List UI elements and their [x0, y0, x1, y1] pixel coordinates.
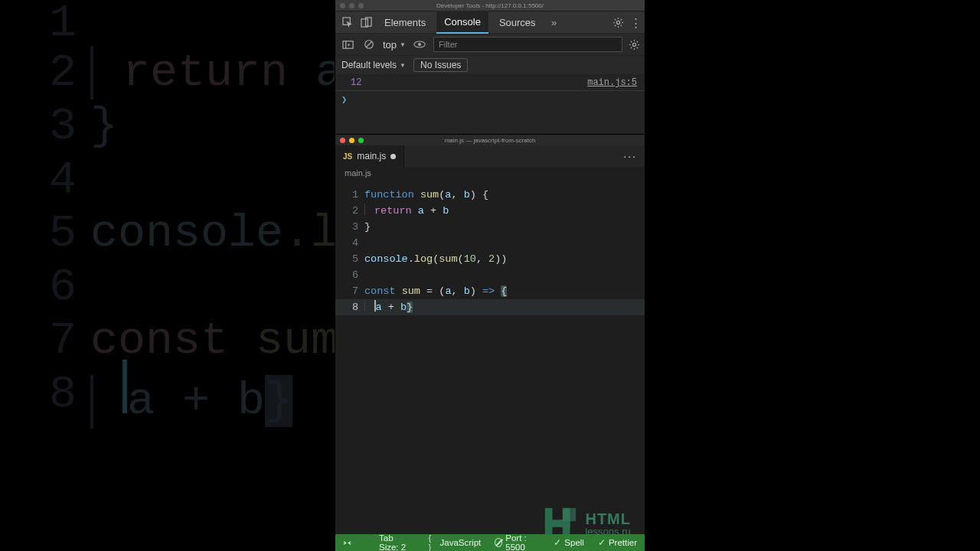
log-levels-select[interactable]: Default levels▼	[341, 60, 406, 70]
code-content[interactable]: const sum = (a, b) => {	[364, 283, 507, 299]
svg-point-8	[632, 43, 635, 46]
context-select[interactable]: top▼	[383, 39, 406, 51]
code-line[interactable]: 2return a + b	[335, 203, 645, 219]
live-expression-icon[interactable]	[412, 37, 427, 52]
remote-icon[interactable]	[343, 539, 351, 547]
code-line[interactable]: 8a + b}	[335, 299, 645, 315]
check-icon: ✓	[554, 537, 561, 548]
code-content[interactable]: return a + b	[364, 203, 449, 219]
tab-console[interactable]: Console	[436, 11, 488, 34]
line-number: 7	[335, 283, 364, 299]
status-bar: Tab Size: 2 { } JavaScript Port : 5500 ✓…	[335, 534, 645, 551]
status-port[interactable]: Port : 5500	[495, 533, 540, 551]
code-line[interactable]: 3}	[335, 219, 645, 235]
log-source-link[interactable]: main.js:5	[587, 77, 637, 88]
line-number: 1	[335, 187, 364, 203]
app-stack: Developer Tools - http://127.0.0.1:5500/…	[335, 0, 645, 551]
inspect-icon[interactable]	[340, 15, 355, 30]
line-number: 5	[335, 251, 364, 267]
prompt-caret-icon: ❯	[341, 95, 347, 106]
vscode-title: main.js — javascript-from-scratch	[335, 137, 645, 144]
chevron-down-icon: ▼	[400, 62, 406, 69]
editor-tabbar: JS main.js ···	[335, 145, 645, 167]
code-line[interactable]: 5console.log(sum(10, 2))	[335, 251, 645, 267]
issues-button[interactable]: No Issues	[413, 58, 468, 72]
line-number: 8	[335, 299, 364, 315]
console-output-row[interactable]: 12 main.js:5	[335, 75, 645, 91]
devtools-title: Developer Tools - http://127.0.0.1:5500/	[335, 2, 645, 9]
svg-point-7	[418, 43, 421, 46]
code-line[interactable]: 1function sum(a, b) {	[335, 187, 645, 203]
console-filterbar: Default levels▼ No Issues	[335, 56, 645, 75]
editor-tab-mainjs[interactable]: JS main.js	[335, 145, 404, 167]
line-number: 4	[335, 235, 364, 251]
js-icon: JS	[343, 152, 352, 161]
tab-elements[interactable]: Elements	[377, 11, 433, 33]
status-tabsize[interactable]: Tab Size: 2	[379, 533, 415, 551]
svg-point-3	[616, 21, 619, 24]
code-line[interactable]: 4	[335, 235, 645, 251]
console-prompt[interactable]: ❯	[335, 91, 645, 134]
console-toolbar: top▼ Filter	[335, 34, 645, 56]
code-content[interactable]: console.log(sum(10, 2))	[364, 251, 507, 267]
sidebar-toggle-icon[interactable]	[340, 37, 355, 52]
status-spell[interactable]: ✓Spell	[554, 537, 584, 548]
broadcast-icon	[495, 538, 502, 547]
line-number: 2	[335, 203, 364, 219]
code-line[interactable]: 7const sum = (a, b) => {	[335, 283, 645, 299]
devtools-tabbar: Elements Console Sources » ⋮	[335, 11, 645, 34]
chevron-down-icon: ▼	[400, 41, 406, 48]
filter-input[interactable]: Filter	[433, 37, 622, 52]
tab-filename: main.js	[357, 151, 386, 161]
console-settings-icon[interactable]	[629, 39, 640, 51]
breadcrumb[interactable]: main.js	[335, 167, 645, 185]
log-value: 12	[351, 77, 361, 88]
gear-icon[interactable]	[612, 17, 624, 28]
dirty-indicator-icon	[390, 154, 396, 159]
status-prettier[interactable]: ✓Prettier	[598, 537, 637, 548]
code-content[interactable]: function sum(a, b) {	[364, 187, 488, 203]
check-icon: ✓	[598, 537, 606, 548]
vscode-titlebar[interactable]: main.js — javascript-from-scratch	[335, 134, 645, 145]
code-line[interactable]: 6	[335, 267, 645, 283]
kebab-icon[interactable]: ⋮	[630, 17, 642, 28]
line-number: 6	[335, 267, 364, 283]
more-tabs-icon[interactable]: »	[547, 15, 562, 30]
code-content[interactable]: a + b}	[364, 299, 413, 315]
svg-rect-12	[563, 508, 576, 521]
line-number: 3	[335, 219, 364, 235]
tab-sources[interactable]: Sources	[492, 11, 544, 33]
editor-more-icon[interactable]: ···	[623, 150, 637, 162]
device-toggle-icon[interactable]	[358, 15, 374, 30]
status-language[interactable]: { } JavaScript	[429, 533, 482, 551]
clear-console-icon[interactable]	[361, 37, 377, 52]
devtools-titlebar[interactable]: Developer Tools - http://127.0.0.1:5500/	[335, 0, 645, 11]
logo-text-big: HTML	[585, 511, 631, 527]
editor-area[interactable]: 1function sum(a, b) {2return a + b3}45co…	[335, 185, 645, 539]
code-content[interactable]: }	[364, 219, 371, 235]
